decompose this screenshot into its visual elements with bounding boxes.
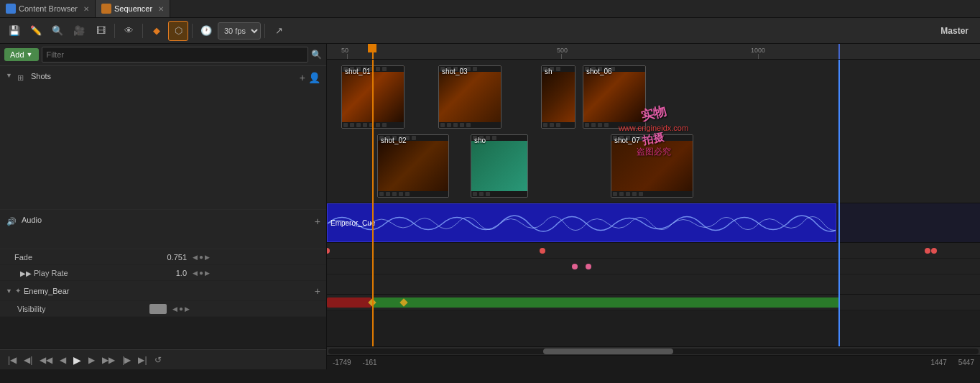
tab-sequencer-close[interactable]: ✕ xyxy=(158,5,164,13)
shots-collapse-arrow[interactable]: ▼ xyxy=(6,72,12,79)
scrollbar-track[interactable] xyxy=(328,349,979,354)
play-rate-next-key[interactable]: ▶ xyxy=(205,269,210,277)
tab-content-browser[interactable]: Content Browser ✕ xyxy=(0,0,96,17)
film-hole xyxy=(412,136,416,140)
timeline-scrollbar[interactable] xyxy=(327,346,980,355)
film-button[interactable]: 🎞 xyxy=(91,21,111,41)
audio-add-btn[interactable]: + xyxy=(315,216,320,227)
separator-2 xyxy=(142,24,143,38)
film-hole xyxy=(382,123,387,127)
content-browser-icon xyxy=(6,4,16,14)
keyframe-button[interactable]: ⬡ xyxy=(168,21,188,41)
marker-button[interactable]: ◆ xyxy=(147,21,167,41)
film-hole xyxy=(613,192,617,196)
filter-input[interactable] xyxy=(42,47,309,63)
next-btn[interactable]: ▶ xyxy=(86,355,97,365)
film-hole xyxy=(460,123,464,127)
visibility-prev-key[interactable]: ◀ xyxy=(172,305,177,313)
film-hole xyxy=(598,123,602,127)
shot-clip-02[interactable]: shot_02 xyxy=(377,134,449,198)
fade-next-key[interactable]: ▶ xyxy=(205,254,210,261)
go-end-btn[interactable]: ▶| xyxy=(136,355,149,365)
shot-07-label: shot_07 xyxy=(614,137,640,144)
audio-icon: 🔊 xyxy=(6,216,17,227)
play-rate-kf-0 xyxy=(572,264,578,269)
shots-track-area[interactable]: shot_01 shot_03 xyxy=(327,60,980,203)
film-hole xyxy=(386,192,390,196)
scrollbar-thumb[interactable] xyxy=(543,349,673,354)
prev-btn[interactable]: ◀ xyxy=(57,355,68,365)
timeline-empty-bottom xyxy=(327,310,980,339)
search-button[interactable]: 🔍 xyxy=(47,21,68,41)
status-marker-time: -161 xyxy=(363,359,377,366)
sequencer-icon xyxy=(101,4,111,14)
shot-clip-04[interactable]: sho xyxy=(471,134,528,198)
save-button[interactable]: 💾 xyxy=(4,21,24,41)
film-hole xyxy=(632,192,637,196)
enemy-skeleton-icon: ✦ xyxy=(15,287,21,295)
next-frame-btn[interactable]: ▶▶ xyxy=(100,355,117,365)
edit-button[interactable]: ✏️ xyxy=(26,21,46,41)
shots-add-btn[interactable]: + xyxy=(300,72,305,83)
view-button[interactable]: 👁 xyxy=(119,21,139,41)
prev-keyframe-btn[interactable]: ◀| xyxy=(22,355,34,365)
fade-value: 0.751 xyxy=(149,253,193,262)
separator-1 xyxy=(114,24,115,38)
shots-label: Shots xyxy=(31,72,300,80)
add-button[interactable]: Add ▼ xyxy=(4,48,39,61)
shot-clip-sh[interactable]: sh xyxy=(541,65,575,129)
waveform-svg xyxy=(328,204,836,241)
ruler-tick-0 xyxy=(347,54,348,60)
timeline-content[interactable]: shot_01 shot_03 xyxy=(327,60,980,346)
shot-clip-03[interactable]: shot_03 xyxy=(438,65,501,129)
film-hole xyxy=(376,123,380,127)
visibility-row: Visibility ◀ ● ▶ xyxy=(0,301,326,317)
tab-content-browser-close[interactable]: ✕ xyxy=(83,5,89,13)
fade-kf-3 xyxy=(931,248,937,254)
visibility-next-key[interactable]: ▶ xyxy=(185,305,190,313)
camera-button[interactable]: 🎥 xyxy=(69,21,89,41)
film-hole xyxy=(350,123,354,127)
shots-track-row[interactable]: ▼ ⊞ Shots + 👤 xyxy=(0,66,326,210)
go-start-btn[interactable]: |◀ xyxy=(6,355,19,365)
arrow-button[interactable]: ↗ xyxy=(269,21,289,41)
audio-track-area[interactable]: Emperor_Cue xyxy=(327,203,980,243)
clock-button[interactable]: 🕐 xyxy=(196,21,216,41)
ruler-mark-1000: 1000 xyxy=(751,47,765,54)
audio-track-row[interactable]: 🔊 Audio + xyxy=(0,210,326,249)
audio-waveform-container: Emperor_Cue xyxy=(327,203,836,242)
film-hole xyxy=(405,192,410,196)
ruler-tick-500 xyxy=(561,54,562,60)
enemy-bear-row[interactable]: ▼ ✦ Enemy_Bear + xyxy=(0,281,326,301)
enemy-bear-add-btn[interactable]: + xyxy=(315,285,320,297)
audio-label: Audio xyxy=(22,216,315,224)
add-label: Add xyxy=(10,50,24,59)
film-hole xyxy=(363,123,367,127)
prev-frame-btn[interactable]: ◀◀ xyxy=(37,355,55,365)
shot-clip-07[interactable]: shot_07 xyxy=(611,134,693,198)
film-hole xyxy=(486,192,490,196)
play-rate-prev-key[interactable]: ◀ xyxy=(193,269,198,277)
play-rate-add-key[interactable]: ● xyxy=(199,269,203,277)
film-hole xyxy=(619,192,624,196)
enemy-bear-label: Enemy_Bear xyxy=(24,287,315,295)
timeline-panel: 50 500 1000 xyxy=(327,44,980,369)
play-btn[interactable]: ▶ xyxy=(71,354,83,366)
visibility-label: Visibility xyxy=(6,305,149,313)
next-keyframe-btn[interactable]: |▶ xyxy=(120,355,133,365)
shot-04-label: sho xyxy=(474,137,486,144)
fade-prev-key[interactable]: ◀ xyxy=(193,254,198,261)
fade-add-key[interactable]: ● xyxy=(199,253,203,261)
left-panel: Add ▼ 🔍 ▼ ⊞ Shots + 👤 🔊 Audio xyxy=(0,44,327,369)
visibility-add-key[interactable]: ● xyxy=(179,305,183,313)
film-strip-bottom-02 xyxy=(378,191,448,197)
shots-camera-btn[interactable]: 👤 xyxy=(308,72,320,83)
enemy-collapse-arrow[interactable]: ▼ xyxy=(6,287,12,295)
visibility-toggle[interactable] xyxy=(149,304,167,314)
shot-06-label: shot_06 xyxy=(586,68,612,75)
loop-btn[interactable]: ↺ xyxy=(152,355,164,365)
fps-selector[interactable]: 30 fps xyxy=(218,22,261,40)
shot-clip-06[interactable]: shot_06 xyxy=(583,65,646,129)
film-hole xyxy=(585,123,589,127)
tab-sequencer[interactable]: Sequencer ✕ xyxy=(96,0,170,17)
